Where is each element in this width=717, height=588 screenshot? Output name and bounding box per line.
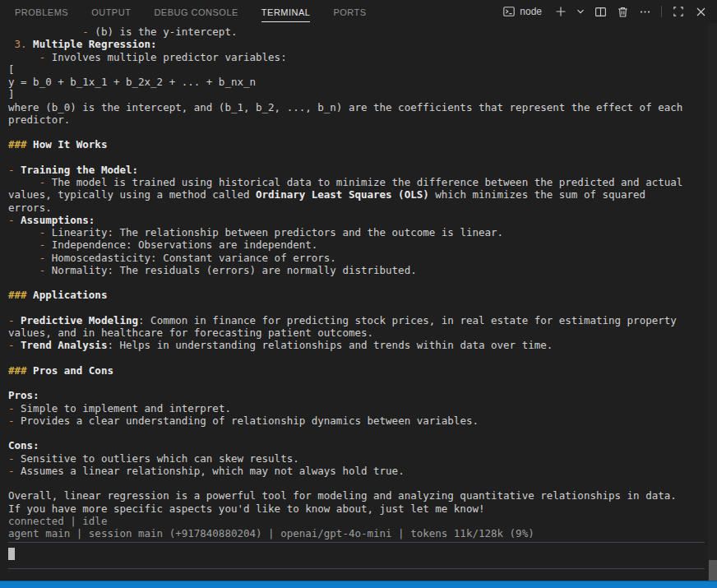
terminal-line: values, typically using a method called … (8, 188, 704, 201)
more-actions-ellipsis-button[interactable] (636, 3, 653, 20)
new-terminal-button[interactable] (553, 3, 569, 20)
terminal-line: Cons: (8, 439, 704, 451)
terminal-line: - Sensitive to outliers which can skew r… (8, 452, 704, 465)
maximize-panel-button[interactable] (670, 3, 687, 20)
terminal-line: predictor. (8, 113, 704, 126)
launch-profile-dropdown-button[interactable] (575, 3, 586, 20)
terminal-line (8, 427, 704, 439)
terminal-line: values, and in healthcare for forecastin… (8, 326, 704, 339)
terminal-line: - The model is trained using historical … (8, 176, 704, 188)
vscode-terminal-panel: PROBLEMSOUTPUTDEBUG CONSOLETERMINALPORTS… (0, 0, 717, 588)
terminal-line: errors. (8, 201, 704, 214)
terminal-line: - Normality: The residuals (errors) are … (8, 264, 704, 276)
terminal-line: - Provides a clear understanding of rela… (8, 414, 704, 427)
terminal-profile-label: node (520, 6, 542, 17)
terminal-line: If you have more specific aspects you'd … (8, 502, 704, 515)
terminal-line: - Homoscedasticity: Constant variance of… (8, 252, 704, 264)
terminal-line: ### How It Works (8, 138, 704, 150)
terminal-line: where (b_0) is the intercept, and (b_1, … (8, 101, 704, 113)
terminal-line: - Training the Model: (8, 164, 704, 176)
terminal-line (8, 377, 704, 389)
terminal-line (8, 477, 704, 489)
terminal-line: connected | idle (8, 515, 704, 527)
close-panel-button[interactable] (692, 3, 709, 20)
terminal-profile-item[interactable]: node (502, 5, 542, 18)
panel-tab-bar: PROBLEMSOUTPUTDEBUG CONSOLETERMINALPORTS… (0, 0, 717, 23)
tab-output[interactable]: OUTPUT (91, 2, 131, 21)
terminal-line: - Assumes a linear relationship, which m… (8, 465, 704, 477)
status-bar (0, 581, 717, 588)
scrollbar-thumb[interactable] (709, 560, 717, 581)
input-divider-bottom (8, 568, 705, 569)
terminal-line: agent main | session main (+917840880204… (8, 527, 704, 539)
terminal-line: ] (8, 88, 704, 100)
tab-ports[interactable]: PORTS (333, 2, 366, 21)
terminal-scrollbar[interactable] (708, 23, 717, 581)
terminal-line: Overall, linear regression is a powerful… (8, 489, 704, 502)
terminal-line: ### Applications (8, 289, 704, 301)
terminal-line: - Linearity: The relationship between pr… (8, 226, 704, 238)
terminal-line: - Simple to implement and interpret. (8, 402, 704, 414)
terminal-line: - Independence: Observations are indepen… (8, 238, 704, 251)
actions-separator (661, 6, 662, 17)
split-terminal-button[interactable] (592, 3, 608, 20)
terminal-icon (502, 5, 516, 18)
terminal-output[interactable]: - (b) is the y-intercept. 3. Multiple Re… (8, 23, 704, 539)
terminal-line: - (b) is the y-intercept. (8, 25, 704, 38)
terminal-line: - Predictive Modeling: Common in finance… (8, 314, 704, 326)
terminal-line: - Assumptions: (8, 214, 704, 226)
terminal-line (8, 126, 704, 138)
panel-tabs: PROBLEMSOUTPUTDEBUG CONSOLETERMINALPORTS (15, 2, 367, 22)
terminal-line: [ (8, 63, 704, 76)
terminal-actions: node (502, 3, 709, 20)
terminal-line (8, 276, 704, 289)
tab-debug-console[interactable]: DEBUG CONSOLE (154, 2, 238, 21)
terminal-line: ### Pros and Cons (8, 364, 704, 377)
terminal-line (8, 151, 704, 164)
terminal-line: Pros: (8, 389, 704, 401)
terminal-input-row[interactable] (8, 548, 705, 561)
terminal-line (8, 352, 704, 364)
terminal-line: - Involves multiple predictor variables: (8, 51, 704, 63)
terminal-line (8, 302, 704, 314)
tab-terminal[interactable]: TERMINAL (261, 2, 311, 22)
input-divider-top (8, 542, 705, 543)
terminal-line: y = b_0 + b_1x_1 + b_2x_2 + ... + b_nx_n (8, 76, 704, 88)
terminal-line: 3. Multiple Regression: (8, 38, 704, 50)
terminal-line: - Trend Analysis: Helps in understanding… (8, 339, 704, 351)
tab-problems[interactable]: PROBLEMS (15, 2, 68, 21)
terminal-cursor (8, 548, 15, 560)
kill-terminal-trash-button[interactable] (614, 3, 631, 20)
